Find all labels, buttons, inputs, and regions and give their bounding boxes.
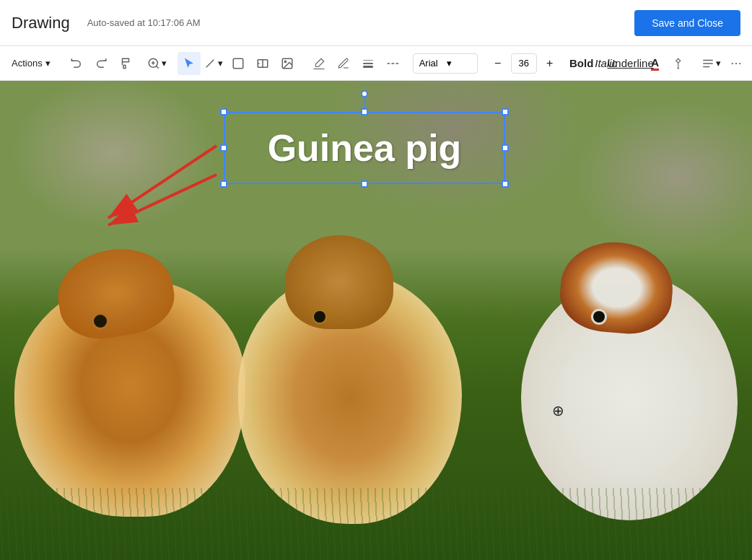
- font-size-increase-button[interactable]: +: [538, 52, 561, 75]
- redo-icon: [95, 57, 108, 70]
- svg-point-24: [731, 62, 733, 64]
- guinea-pig-right: [521, 275, 738, 520]
- underline-button[interactable]: Underline: [619, 52, 642, 75]
- line-chevron-icon: ▾: [218, 58, 223, 69]
- font-size-decrease-button[interactable]: −: [486, 52, 510, 75]
- svg-point-26: [739, 62, 740, 64]
- canvas-area[interactable]: Guinea pig ⊕: [0, 81, 752, 560]
- font-size-input[interactable]: [511, 53, 537, 74]
- textbox-text[interactable]: Guinea pig: [224, 112, 505, 184]
- rotate-line: [364, 97, 365, 108]
- select-button[interactable]: [178, 52, 201, 75]
- actions-label: Actions: [12, 58, 43, 69]
- image-tool-button[interactable]: [276, 52, 299, 75]
- guinea-pig-left: [14, 279, 245, 517]
- zoom-icon: [147, 57, 160, 70]
- font-family-chevron-icon: ▾: [447, 58, 471, 69]
- line-tool-button[interactable]: ▾: [202, 52, 225, 75]
- header: Drawing Auto-saved at 10:17:06 AM Save a…: [0, 0, 752, 46]
- textbox-icon: [256, 57, 269, 70]
- bold-button[interactable]: Bold: [570, 52, 593, 75]
- redo-button[interactable]: [89, 52, 113, 75]
- zoom-chevron-icon: ▾: [162, 58, 167, 69]
- border-dash-icon: [386, 57, 399, 70]
- svg-line-2: [157, 66, 159, 68]
- svg-point-25: [735, 62, 737, 64]
- border-color-button[interactable]: [332, 52, 355, 75]
- font-size-control: − +: [486, 52, 561, 75]
- border-weight-icon: [362, 57, 375, 70]
- pen-icon: [337, 57, 350, 70]
- shape-tool-button[interactable]: [227, 52, 250, 75]
- highlight-button[interactable]: [668, 52, 691, 75]
- actions-menu-button[interactable]: Actions ▾: [6, 55, 56, 71]
- svg-rect-6: [233, 58, 243, 69]
- textbox-container[interactable]: Guinea pig: [224, 112, 505, 184]
- fill-color-button[interactable]: [307, 52, 331, 75]
- save-close-button[interactable]: Save and Close: [634, 10, 740, 36]
- rotate-handle[interactable]: [361, 90, 368, 97]
- text-color-button[interactable]: A: [644, 52, 667, 75]
- image-icon: [281, 57, 294, 70]
- border-weight-button[interactable]: [357, 52, 380, 75]
- svg-point-11: [284, 61, 286, 62]
- font-family-value: Arial: [419, 58, 444, 69]
- align-chevron-icon: ▾: [716, 58, 721, 69]
- border-dash-button[interactable]: [381, 52, 404, 75]
- textbox-tool-button[interactable]: [251, 52, 274, 75]
- text-color-icon: A: [651, 56, 659, 71]
- line-icon: [204, 57, 217, 70]
- highlight-icon: [673, 57, 686, 70]
- shape-icon: [232, 57, 245, 70]
- more-icon: [730, 57, 743, 70]
- align-icon: [701, 57, 714, 70]
- bold-icon: Bold: [569, 57, 593, 69]
- zoom-button[interactable]: ▾: [146, 52, 169, 75]
- svg-line-5: [206, 59, 214, 67]
- paint-format-icon: [119, 57, 132, 70]
- svg-rect-0: [123, 65, 126, 69]
- more-options-button[interactable]: [725, 52, 748, 75]
- guinea-pig-middle: [238, 271, 462, 524]
- undo-button[interactable]: [65, 52, 88, 75]
- cursor-icon: [183, 57, 196, 70]
- grass-overlay: [0, 488, 752, 560]
- autosave-status: Auto-saved at 10:17:06 AM: [87, 17, 634, 28]
- fill-icon: [312, 57, 325, 70]
- actions-chevron-icon: ▾: [45, 58, 51, 69]
- font-family-selector[interactable]: Arial ▾: [413, 53, 478, 74]
- toolbar: Actions ▾ ▾: [0, 46, 752, 81]
- align-button[interactable]: ▾: [700, 52, 723, 75]
- undo-icon: [70, 57, 83, 70]
- paint-format-button[interactable]: [114, 52, 137, 75]
- app-title: Drawing: [12, 14, 70, 32]
- move-cursor-icon: ⊕: [552, 402, 564, 419]
